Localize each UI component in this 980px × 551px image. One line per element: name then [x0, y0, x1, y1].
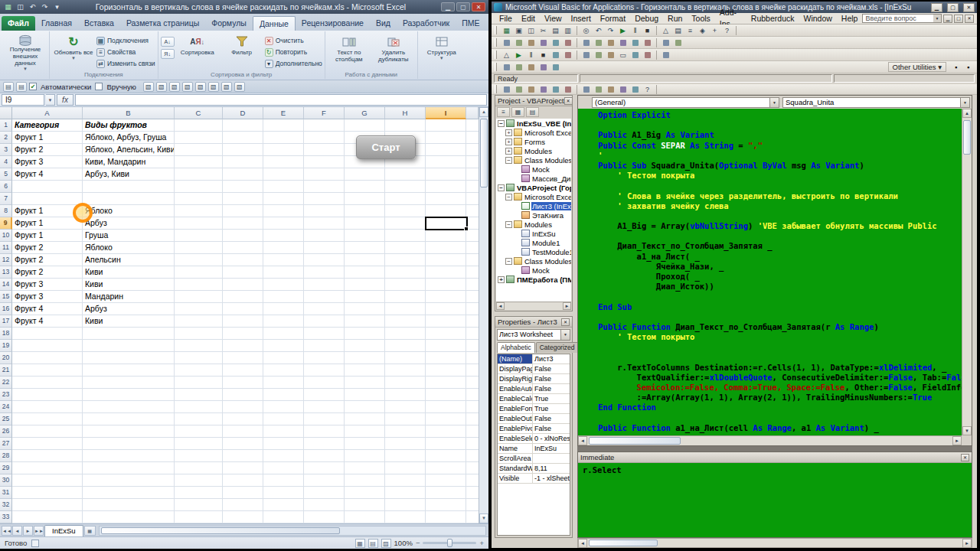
- break-icon[interactable]: ‖: [629, 25, 641, 36]
- scroll-left-icon[interactable]: ◄: [578, 539, 587, 548]
- call-stack-icon[interactable]: [660, 50, 671, 60]
- grid-cell-I19[interactable]: [426, 340, 466, 352]
- menu-file[interactable]: File: [495, 13, 517, 24]
- scroll-down-icon[interactable]: ▼: [962, 426, 972, 435]
- grid-cell-E16[interactable]: [263, 303, 304, 315]
- property-value[interactable]: 8,11: [533, 464, 570, 473]
- row-header-6[interactable]: 6: [0, 181, 12, 193]
- sheet-tab-inexsu[interactable]: InExSu: [44, 525, 83, 536]
- grid-cell-G31[interactable]: [345, 487, 385, 499]
- grid-cell-G5[interactable]: [345, 168, 385, 181]
- grid-cell-A6[interactable]: [12, 181, 83, 193]
- macro-icon[interactable]: ▧: [221, 82, 232, 92]
- row-header-7[interactable]: 7: [0, 193, 12, 205]
- column-header-E[interactable]: E: [263, 107, 304, 119]
- grid-cell-E10[interactable]: [263, 230, 304, 242]
- print-icon[interactable]: ▤: [16, 82, 27, 92]
- grid-cell-E2[interactable]: [263, 132, 304, 144]
- next-bookmark-icon[interactable]: [642, 37, 653, 48]
- grid-cell-D28[interactable]: [223, 450, 263, 462]
- grid-cell-D15[interactable]: [223, 291, 263, 303]
- scroll-up-icon[interactable]: ▲: [962, 109, 972, 118]
- line-numbering-icon[interactable]: [550, 84, 561, 95]
- grid-cell-G24[interactable]: [345, 401, 385, 413]
- grid-cell-H5[interactable]: [385, 168, 426, 181]
- grid-cell-D32[interactable]: [223, 499, 263, 511]
- property-value[interactable]: False: [533, 374, 570, 383]
- grid-cell-G15[interactable]: [345, 291, 385, 303]
- step-over-icon[interactable]: [580, 50, 592, 60]
- scroll-left-icon[interactable]: ◄: [578, 436, 587, 445]
- redo-icon[interactable]: ↷: [40, 2, 50, 11]
- copy-icon[interactable]: ▤: [550, 25, 561, 36]
- grid-cell-I23[interactable]: [426, 389, 466, 401]
- quick-info-icon[interactable]: [525, 37, 537, 48]
- remove-duplicates-button[interactable]: Удалить дубликаты: [372, 33, 415, 70]
- grid-cell-F15[interactable]: [304, 291, 345, 303]
- breakpoint-icon[interactable]: [550, 50, 561, 60]
- grid-cell-D26[interactable]: [223, 425, 263, 438]
- grid-cell-G18[interactable]: [345, 328, 385, 340]
- grid-cell-B5[interactable]: Арбуз, Киви: [83, 168, 175, 181]
- grid-cell-F9[interactable]: [304, 217, 345, 230]
- grid-cell-B11[interactable]: Яблоко: [83, 242, 175, 254]
- grid-cell-B24[interactable]: [83, 401, 175, 413]
- locals-window-icon[interactable]: [605, 50, 616, 60]
- calc-manual-checkbox[interactable]: [95, 83, 103, 90]
- grid-cell-G10[interactable]: [345, 230, 385, 242]
- grid-cell-H16[interactable]: [385, 303, 426, 315]
- mdi-horizontal-scrollbar[interactable]: ◄ ►: [577, 538, 972, 548]
- property-value[interactable]: True: [533, 404, 570, 413]
- grid-cell-A4[interactable]: Фрукт 3: [12, 156, 83, 168]
- grid-cell-H30[interactable]: [385, 474, 426, 487]
- mdi-minimize-button[interactable]: ▁: [943, 15, 952, 23]
- grid-cell-B9[interactable]: Арбуз: [83, 217, 175, 230]
- grid-cell-I22[interactable]: [426, 377, 466, 389]
- grid-cell-E22[interactable]: [263, 377, 304, 389]
- grid-cell-C19[interactable]: [175, 340, 223, 352]
- grid-cell-A29[interactable]: [12, 462, 83, 474]
- property-row[interactable]: StandardWid8,11: [498, 464, 570, 474]
- grid-cell-G29[interactable]: [345, 462, 385, 474]
- grid-cell-B18[interactable]: [83, 328, 175, 340]
- grid-cell-F22[interactable]: [304, 377, 345, 389]
- grid-cell-D9[interactable]: [223, 217, 263, 230]
- object-combo[interactable]: Лист3 Worksheet ▼: [497, 329, 570, 341]
- project-tree-item[interactable]: Лист3 (InExSu): [496, 201, 571, 210]
- zoom-slider[interactable]: [423, 542, 476, 544]
- plus-expand-icon[interactable]: +: [498, 276, 505, 283]
- immediate-window-header[interactable]: Immediate ✕: [578, 452, 972, 463]
- toolbox-icon[interactable]: +: [709, 25, 720, 36]
- minus-expand-icon[interactable]: −: [498, 120, 505, 127]
- name-box-dropdown-icon[interactable]: ▼: [46, 94, 55, 106]
- grid-cell-C32[interactable]: [175, 499, 223, 511]
- grid-cell-G23[interactable]: [345, 389, 385, 401]
- property-value[interactable]: Лист3: [533, 354, 570, 364]
- insert-function-button[interactable]: fx: [57, 94, 74, 106]
- plus-expand-icon[interactable]: +: [505, 139, 512, 145]
- plus-expand-icon[interactable]: +: [505, 148, 512, 155]
- row-header-2[interactable]: 2: [0, 132, 12, 144]
- grid-cell-B10[interactable]: Груша: [83, 230, 175, 242]
- advanced-filter-button[interactable]: ▾Дополнительно: [265, 58, 322, 69]
- row-header-9[interactable]: 9: [0, 217, 12, 230]
- grid-cell-A18[interactable]: [12, 328, 83, 340]
- grid-cell-D2[interactable]: [223, 132, 263, 144]
- minimize-button[interactable]: ▁: [931, 3, 942, 12]
- close-button[interactable]: ✕: [963, 3, 975, 12]
- grid-cell-I5[interactable]: [426, 168, 466, 181]
- property-value[interactable]: [533, 454, 570, 463]
- row-header-27[interactable]: 27: [0, 438, 12, 450]
- grid-cell-C15[interactable]: [175, 291, 223, 303]
- grid-cell-C30[interactable]: [175, 474, 223, 487]
- grid-cell-C23[interactable]: [175, 389, 223, 401]
- grid-cell-C10[interactable]: [175, 230, 223, 242]
- grid-cell-B8[interactable]: Яблоко: [83, 205, 175, 217]
- menu-format[interactable]: Format: [596, 13, 630, 24]
- row-header-32[interactable]: 32: [0, 499, 12, 511]
- uncomment-block-icon[interactable]: [617, 37, 629, 48]
- grid-cell-A21[interactable]: [12, 364, 83, 377]
- save-icon[interactable]: ◫: [525, 25, 537, 36]
- grid-cell-I28[interactable]: [426, 450, 466, 462]
- grid-cell-B17[interactable]: Киви: [83, 315, 175, 328]
